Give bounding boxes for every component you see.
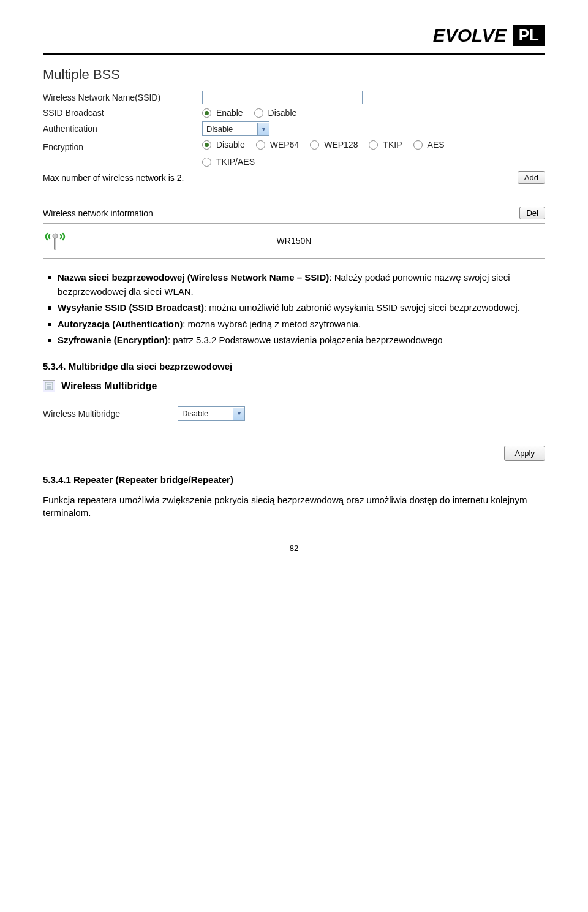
enc-opt-4: AES (428, 140, 445, 150)
add-button[interactable]: Add (518, 171, 545, 184)
radio-label-disable: Disable (268, 108, 297, 118)
header-logo-row: EVOLVE PL (43, 25, 545, 46)
radio-enc-aes[interactable] (413, 140, 423, 150)
label-multibridge: Wireless Multibridge (43, 409, 178, 419)
country-badge: PL (513, 25, 545, 46)
label-broadcast: SSID Broadcast (43, 108, 202, 118)
body-5341: Funkcja repeatera umożliwia zwiększenie … (43, 493, 545, 519)
page-number: 82 (43, 544, 545, 553)
evolve-logo: EVOLVE (433, 25, 507, 46)
bullet-list: Nazwa sieci bezprzewodowej (Wireless Net… (43, 271, 545, 348)
auth-select[interactable]: Disable ▾ (202, 121, 270, 136)
radio-enc-tkip[interactable] (369, 140, 378, 150)
list-item: Nazwa sieci bezprzewodowej (Wireless Net… (58, 271, 545, 298)
heading-534: 5.3.4. Multibridge dla sieci bezprzewodo… (43, 361, 545, 371)
multibridge-title: Wireless Multibridge (61, 381, 157, 392)
list-item: Autoryzacja (Authentication): można wybr… (58, 317, 545, 332)
label-ssid: Wireless Network Name(SSID) (43, 93, 202, 102)
panel-title-multiple-bss: Multiple BSS (43, 67, 545, 83)
enc-opt-1: WEP64 (270, 140, 299, 150)
radio-broadcast-enable[interactable] (202, 108, 211, 118)
divider (43, 188, 545, 188)
header-divider (43, 53, 545, 55)
device-name: WR150N (67, 236, 521, 246)
list-item: Wysyłanie SSID (SSID Broadcast): można u… (58, 301, 545, 315)
wifi-icon (43, 227, 67, 254)
radio-enc-tkipaes[interactable] (202, 158, 211, 167)
multiple-bss-panel: Multiple BSS Wireless Network Name(SSID)… (43, 67, 545, 259)
divider-2 (43, 223, 545, 224)
svg-point-0 (53, 234, 58, 238)
del-button[interactable]: Del (519, 207, 545, 219)
auth-select-value: Disable (203, 124, 257, 134)
wireless-info-label: Wireless network information (43, 208, 153, 218)
ssid-input[interactable] (202, 91, 363, 104)
radio-enc-wep128[interactable] (310, 140, 319, 150)
chevron-down-icon: ▾ (257, 123, 269, 135)
list-item: Szyfrowanie (Encryption): patrz 5.3.2 Po… (58, 333, 545, 348)
multibridge-select[interactable]: Disable ▾ (178, 406, 245, 421)
heading-5341: 5.3.4.1 Repeater (Repeater bridge/Repeat… (43, 474, 545, 485)
enc-opt-0: Disable (216, 140, 245, 150)
radio-broadcast-disable[interactable] (254, 108, 263, 118)
apply-button[interactable]: Apply (504, 446, 545, 461)
divider-3 (43, 258, 545, 259)
chevron-down-icon: ▾ (233, 408, 244, 420)
label-auth: Authentication (43, 124, 202, 134)
max-note: Max number of wireless network is 2. (43, 173, 202, 183)
svg-rect-1 (55, 238, 56, 249)
radio-enc-disable[interactable] (202, 140, 211, 150)
enc-opt-5: TKIP/AES (216, 157, 255, 167)
multibridge-panel: Wireless Multibridge Wireless Multibridg… (43, 380, 545, 461)
enc-opt-3: TKIP (383, 140, 402, 150)
radio-enc-wep64[interactable] (256, 140, 265, 150)
label-encryption: Encryption (43, 140, 202, 152)
multibridge-select-value: Disable (178, 409, 233, 418)
enc-opt-2: WEP128 (324, 140, 358, 150)
panel-icon (43, 380, 55, 392)
divider-mb (43, 427, 545, 427)
radio-label-enable: Enable (216, 108, 243, 118)
